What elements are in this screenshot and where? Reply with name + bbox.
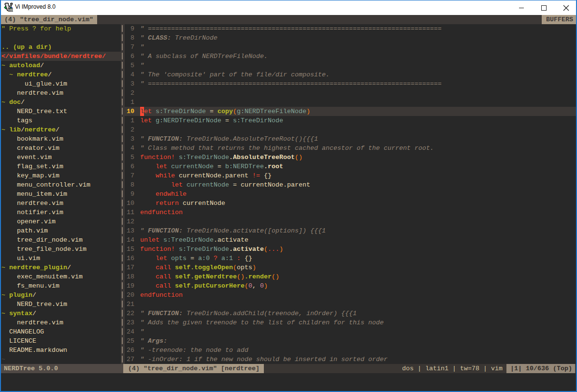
svg-text:im: im <box>8 7 13 12</box>
